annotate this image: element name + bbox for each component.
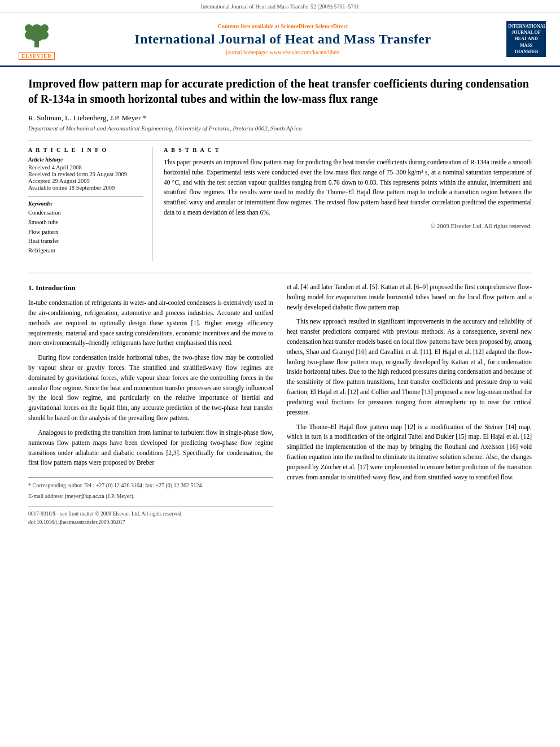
keywords-group: Keywords: Condensation Smooth tube Flow … [28, 200, 143, 256]
keywords-list: Condensation Smooth tube Flow pattern He… [28, 208, 143, 256]
article-history-group: Article history: Received 4 April 2008 R… [28, 156, 143, 191]
keyword-1: Condensation [28, 208, 143, 218]
footnote-section: * Corresponding author. Tel.: +27 (0) 12… [28, 477, 273, 500]
body-para-right-1: et al. [4] and later Tandon et al. [5]. … [287, 282, 532, 312]
copyright-bar: 0017-9310/$ - see front matter © 2009 El… [28, 506, 273, 526]
body-para-1: In-tube condensation of refrigerants in … [28, 298, 273, 348]
elsevier-tree-icon [14, 18, 59, 51]
body-col-right: et al. [4] and later Tandon et al. [5]. … [287, 282, 532, 527]
journal-logo-box: INTERNATIONAL JOURNAL OF HEAT AND MASS T… [506, 21, 546, 57]
copyright-line-2: doi:10.1016/j.ijheatmasstransfer.2009.08… [28, 518, 273, 527]
history-label: Article history: [28, 156, 143, 163]
abstract-title: A B S T R A C T [164, 147, 532, 153]
svg-point-4 [31, 24, 42, 34]
received-revised-date: Received in revised form 29 August 2009 [28, 171, 143, 177]
keywords-label: Keywords: [28, 200, 143, 207]
journal-homepage: journal homepage: www.elsevier.com/locat… [68, 49, 498, 55]
body-para-right-2: This new approach resulted in significan… [287, 317, 532, 417]
body-para-3: Analogous to predicting the transition f… [28, 428, 273, 468]
keyword-3: Flow pattern [28, 228, 143, 237]
divider-1 [28, 141, 532, 141]
info-divider [28, 196, 143, 197]
sciencedirect-brand: ScienceDirect [315, 23, 348, 29]
affiliation: Department of Mechanical and Aeronautica… [28, 125, 532, 132]
keyword-2: Smooth tube [28, 218, 143, 228]
svg-point-6 [41, 24, 49, 32]
article-info-title: A R T I C L E I N F O [28, 147, 143, 153]
divider-2 [28, 273, 532, 273]
keyword-5: Refrigerant [28, 246, 143, 256]
received-date: Received 4 April 2008 [28, 164, 143, 171]
main-content: Improved flow pattern map for accurate p… [0, 67, 560, 544]
copyright-line-1: 0017-9310/$ - see front matter © 2009 El… [28, 510, 273, 518]
article-info-panel: A R T I C L E I N F O Article history: R… [28, 147, 152, 261]
footnote-email: E-mail address: jmeyer@up.ac.za (J.P. Me… [28, 492, 273, 501]
body-para-right-3: The Thome–El Hajal flow pattern map [12]… [287, 422, 532, 483]
body-columns: 1. Introduction In-tube condensation of … [28, 282, 532, 527]
elsevier-brand-label: ELSEVIER [19, 52, 55, 60]
info-abstract-section: A R T I C L E I N F O Article history: R… [28, 147, 532, 261]
elsevier-logo-section: ELSEVIER [11, 18, 62, 60]
journal-title: International Journal of Heat and Mass T… [68, 32, 498, 47]
section-1-heading: 1. Introduction [28, 282, 273, 294]
journal-banner: ELSEVIER Contents lists available at Sci… [0, 12, 560, 67]
article-title: Improved flow pattern map for accurate p… [28, 76, 532, 107]
body-col-left: 1. Introduction In-tube condensation of … [28, 282, 273, 527]
journal-logo-right: INTERNATIONAL JOURNAL OF HEAT AND MASS T… [504, 21, 549, 57]
svg-point-5 [25, 24, 33, 32]
accepted-date: Accepted 29 August 2009 [28, 178, 143, 184]
available-online-date: Available online 18 September 2009 [28, 185, 143, 191]
body-para-2: During flow condensation inside horizont… [28, 353, 273, 423]
journal-citation-header: International Journal of Heat and Mass T… [0, 0, 560, 12]
abstract-text: This paper presents an improved flow pat… [164, 158, 532, 218]
sciencedirect-notice: Contents lists available at ScienceDirec… [68, 23, 498, 29]
abstract-section: A B S T R A C T This paper presents an i… [164, 147, 532, 261]
footnote-star: * Corresponding author. Tel.: +27 (0) 12… [28, 481, 273, 490]
authors: R. Suliman, L. Liebenberg, J.P. Meyer * [28, 113, 532, 123]
abstract-copyright: © 2009 Elsevier Ltd. All rights reserved… [164, 222, 532, 229]
citation-text: International Journal of Heat and Mass T… [201, 3, 359, 10]
banner-center-section: Contents lists available at ScienceDirec… [62, 23, 504, 55]
keyword-4: Heat transfer [28, 237, 143, 246]
